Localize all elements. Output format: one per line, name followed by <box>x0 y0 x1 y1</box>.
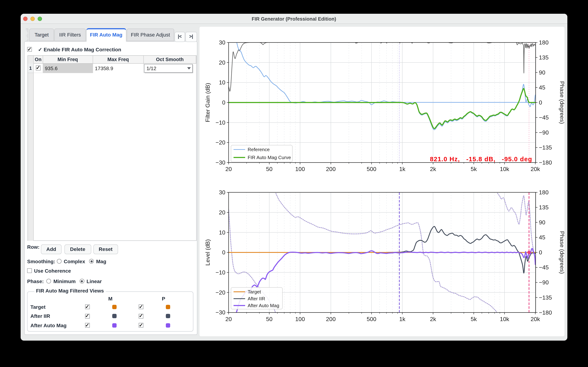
svg-text:20k: 20k <box>531 166 540 172</box>
svg-text:20k: 20k <box>531 316 540 322</box>
svg-text:50: 50 <box>266 316 273 322</box>
svg-text:1k: 1k <box>399 316 406 322</box>
svg-text:−45: −45 <box>539 264 549 271</box>
svg-text:−45: −45 <box>539 114 549 121</box>
svg-text:−90: −90 <box>539 279 549 286</box>
svg-text:30: 30 <box>219 189 225 196</box>
svg-text:180: 180 <box>539 189 549 196</box>
svg-text:−135: −135 <box>539 294 552 301</box>
svg-text:−90: −90 <box>539 129 549 136</box>
svg-text:0: 0 <box>222 249 225 256</box>
svg-text:500: 500 <box>367 316 376 322</box>
svg-text:2k: 2k <box>430 166 436 172</box>
svg-text:−30: −30 <box>216 309 225 316</box>
svg-text:0: 0 <box>222 99 225 106</box>
svg-text:−10: −10 <box>216 119 225 126</box>
svg-text:500: 500 <box>367 166 376 172</box>
svg-text:821.0 Hz, -15.8 dB, -95.0: 821.0 Hz, -15.8 dB, -95.0 deg <box>430 156 532 163</box>
svg-text:2k: 2k <box>430 316 436 322</box>
svg-text:−30: −30 <box>216 159 225 166</box>
svg-text:5k: 5k <box>471 166 477 172</box>
svg-text:Filter Gain (dB): Filter Gain (dB) <box>204 83 211 122</box>
svg-text:Target: Target <box>248 289 261 294</box>
svg-text:−10: −10 <box>216 269 225 276</box>
svg-text:0: 0 <box>539 99 542 106</box>
svg-text:1k: 1k <box>399 166 406 172</box>
svg-text:20: 20 <box>225 166 232 172</box>
svg-text:20: 20 <box>219 59 225 66</box>
svg-text:−20: −20 <box>216 289 225 296</box>
svg-text:After Auto Mag: After Auto Mag <box>248 303 279 308</box>
svg-text:135: 135 <box>539 204 549 211</box>
svg-text:−135: −135 <box>539 144 552 151</box>
svg-text:200: 200 <box>326 166 336 172</box>
svg-text:20: 20 <box>225 316 232 322</box>
svg-text:30: 30 <box>219 39 225 46</box>
svg-text:45: 45 <box>539 234 545 241</box>
svg-text:Level (dB): Level (dB) <box>204 239 211 266</box>
svg-text:5k: 5k <box>471 316 477 322</box>
svg-text:135: 135 <box>539 54 549 61</box>
svg-text:0: 0 <box>539 249 542 256</box>
svg-text:Reference: Reference <box>248 147 270 152</box>
svg-text:After IIR: After IIR <box>248 296 265 301</box>
svg-text:100: 100 <box>295 316 305 322</box>
svg-text:50: 50 <box>266 166 273 172</box>
svg-text:Phase (degrees): Phase (degrees) <box>559 231 564 274</box>
svg-text:−20: −20 <box>216 139 225 146</box>
svg-text:10k: 10k <box>500 166 510 172</box>
svg-text:10k: 10k <box>500 316 510 322</box>
svg-text:10: 10 <box>219 229 225 236</box>
svg-text:90: 90 <box>539 219 545 226</box>
svg-text:FIR Auto Mag Curve: FIR Auto Mag Curve <box>248 155 291 160</box>
svg-text:45: 45 <box>539 84 545 91</box>
svg-text:−180: −180 <box>539 309 552 316</box>
svg-text:100: 100 <box>295 166 305 172</box>
svg-text:10: 10 <box>219 79 225 86</box>
svg-text:180: 180 <box>539 39 549 46</box>
svg-text:200: 200 <box>326 316 336 322</box>
svg-text:90: 90 <box>539 69 545 76</box>
svg-text:Phase (degrees): Phase (degrees) <box>559 81 564 124</box>
svg-text:20: 20 <box>219 209 225 216</box>
svg-text:−180: −180 <box>539 159 552 166</box>
